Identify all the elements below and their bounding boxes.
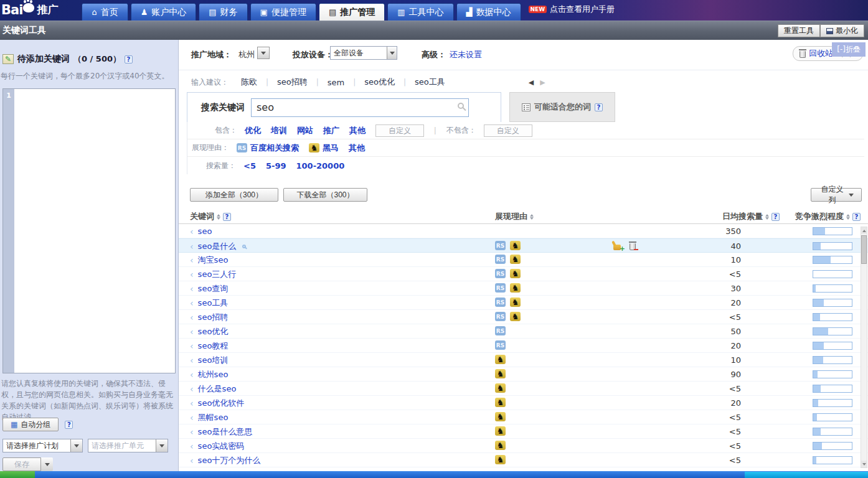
table-row[interactable]: ‹ 黑帽seo ♞ <5 (179, 410, 868, 424)
daily-search-volume: 20 (179, 341, 741, 350)
table-row[interactable]: ‹ seo是什么意思 ♞ <5 (179, 424, 868, 439)
next-arrow-icon[interactable]: ▶ (540, 78, 545, 87)
add-all-button[interactable]: 添加全部（300） (190, 188, 278, 202)
table-row[interactable]: ‹ seo工具 RS ♞ 20 (179, 296, 868, 310)
prev-arrow-icon[interactable]: ◀ (529, 78, 534, 87)
device-select[interactable]: 全部设备 (330, 46, 397, 60)
auto-group-button[interactable]: ▦ 自动分组 (2, 418, 59, 431)
suggestion-link[interactable]: seo招聘 (268, 77, 316, 88)
nav-tab-promo[interactable]: ▤ 推广管理 (319, 3, 385, 21)
sort-icon[interactable] (530, 214, 534, 220)
table-row[interactable]: ‹ seo查询 RS ♞ 30 (179, 281, 868, 296)
suggestion-link[interactable]: 陈欧 (232, 77, 266, 88)
collapse-toggle[interactable]: [-]折叠 (832, 42, 866, 57)
filter-option-link[interactable]: 优化 (245, 125, 261, 136)
nav-tab-home[interactable]: ⌂ 首页 (82, 3, 128, 21)
manual-link[interactable]: 点击查看用户手册 (550, 4, 615, 15)
daily-search-volume: <5 (179, 384, 741, 393)
table-header: 关键词 ? 展现理由 日均搜索量 ? 竞争激烈程度 ? (179, 209, 868, 224)
filter-horse-link[interactable]: 黑马 (323, 143, 339, 154)
keyword-input-hint: 每行一个关键词，每个最多20个汉字或40个英文。 (0, 65, 178, 87)
chevron-down-icon[interactable] (387, 47, 397, 59)
sort-icon[interactable] (217, 214, 220, 220)
table-row[interactable]: ‹ 淘宝seo RS ♞ 10 (179, 253, 868, 267)
table-row[interactable]: ‹ seo是什么 RS ♞ 40 (179, 238, 868, 253)
filter-option-link[interactable]: 100-20000 (296, 161, 345, 171)
search-input[interactable] (251, 98, 469, 117)
table-row[interactable]: ‹ seo十万个为什么 ♞ <5 (179, 453, 868, 467)
table-row[interactable]: ‹ seo实战密码 ♞ <5 (179, 439, 868, 453)
trash-icon (800, 51, 806, 58)
filter-other-link[interactable]: 其他 (349, 143, 365, 154)
nav-tab-data[interactable]: ▟ 数据中心 (456, 3, 521, 21)
save-dropdown-icon[interactable] (41, 457, 53, 471)
minimize-button[interactable]: 最小化 (820, 24, 864, 37)
unit-select[interactable]: 请选择推广单元 (88, 439, 168, 452)
table-row[interactable]: ‹ 什么是seo ♞ <5 (179, 382, 868, 396)
keyword-textarea[interactable] (14, 89, 175, 373)
volume-label: 搜索量： (206, 161, 236, 171)
filter-option-link[interactable]: <5 (243, 161, 256, 171)
download-all-button[interactable]: 下载全部（300） (283, 188, 367, 202)
save-button[interactable]: 保存 (2, 457, 41, 471)
custom-columns-button[interactable]: 自定义列 (811, 188, 862, 202)
search-keywords-tab: 搜索关键词 (187, 92, 501, 122)
help-icon[interactable]: ? (595, 103, 603, 111)
suggestion-link[interactable]: sem (319, 78, 353, 87)
plan-select[interactable]: 请选择推广计划 (2, 439, 83, 452)
scroll-down-icon[interactable] (861, 461, 867, 467)
table-row[interactable]: ‹ seo培训 ♞ 10 (179, 353, 868, 367)
help-icon[interactable]: ? (771, 213, 780, 221)
content: ✎ 待添加关键词 （0 / 500） ? 每行一个关键词，每个最多20个汉字或4… (0, 40, 868, 471)
nav-tab-quick[interactable]: ▣ 便捷管理 (250, 3, 316, 21)
app: Bai 推广 ⌂ 首页 ♟ 账户中心 ▤ 财务 ▣ 便捷管理 ▤ 推广管理 ▥ … (0, 0, 868, 478)
suggestion-link[interactable]: seo优化 (356, 77, 403, 88)
scroll-up-icon[interactable] (861, 227, 867, 234)
competition-bar (813, 270, 852, 278)
filter-option-link[interactable]: 其他 (349, 125, 366, 136)
filter-option-link[interactable]: 推广 (323, 125, 339, 136)
table-row[interactable]: ‹ 杭州seo ♞ 90 (179, 367, 868, 382)
baidu-logo[interactable]: Bai 推广 (0, 0, 64, 21)
sort-icon[interactable] (765, 214, 769, 220)
search-icon[interactable] (458, 103, 464, 109)
sort-icon[interactable] (846, 214, 850, 220)
table-row[interactable]: ‹ seo优化软件 ♞ 20 (179, 396, 868, 410)
filter-option-link[interactable]: 网站 (297, 125, 313, 136)
help-icon[interactable]: ? (223, 213, 231, 221)
table-row[interactable]: ‹ seo 350 (179, 224, 868, 238)
nav-tab-account[interactable]: ♟ 账户中心 (131, 3, 197, 21)
nav-tab-finance[interactable]: ▤ 财务 (199, 3, 247, 21)
include-options: 优化 培训 网站 推广 其他 (245, 125, 375, 136)
competition-bar-fill (813, 443, 822, 449)
region-dropdown-icon[interactable] (257, 47, 270, 59)
exclude-label: 不包含： (446, 125, 476, 136)
chevron-down-icon[interactable] (156, 439, 167, 452)
suggestion-link[interactable]: seo工具 (406, 77, 454, 88)
table-row[interactable]: ‹ seo优化 RS 50 (179, 324, 868, 339)
chevron-down-icon (849, 194, 854, 197)
table-row[interactable]: ‹ seo招聘 RS ♞ <5 (179, 310, 868, 324)
table-row[interactable]: ‹ seo三人行 RS ♞ <5 (179, 267, 868, 281)
chevron-down-icon[interactable] (70, 439, 82, 452)
nav-tab-tools[interactable]: ▥ 工具中心 (387, 3, 453, 21)
help-icon[interactable]: ? (125, 55, 133, 63)
scrollbar-thumb[interactable] (861, 235, 867, 264)
scrollbar[interactable] (861, 227, 867, 468)
help-icon[interactable]: ? (65, 421, 73, 429)
tab-suitable-words[interactable]: 可能适合您的词 ? (509, 92, 615, 122)
daily-search-volume: 20 (179, 298, 741, 307)
daily-search-volume: <5 (179, 413, 741, 422)
filter-option-link[interactable]: 培训 (271, 125, 287, 136)
include-custom-button[interactable]: 自定义 (375, 124, 424, 137)
advanced-not-set-link[interactable]: 还未设置 (450, 49, 482, 60)
filter-rs-link[interactable]: 百度相关搜索 (250, 143, 299, 154)
page-title: 关键词工具 (0, 25, 46, 36)
help-icon[interactable]: ? (852, 213, 861, 221)
filter-option-link[interactable]: 5-99 (266, 161, 286, 171)
competition-bar-fill (813, 328, 828, 335)
exclude-custom-button[interactable]: 自定义 (484, 124, 532, 137)
reset-tool-button[interactable]: 重置工具 (778, 24, 820, 37)
pencil-note-icon: ✎ (2, 54, 14, 64)
table-row[interactable]: ‹ seo教程 RS 20 (179, 339, 868, 353)
